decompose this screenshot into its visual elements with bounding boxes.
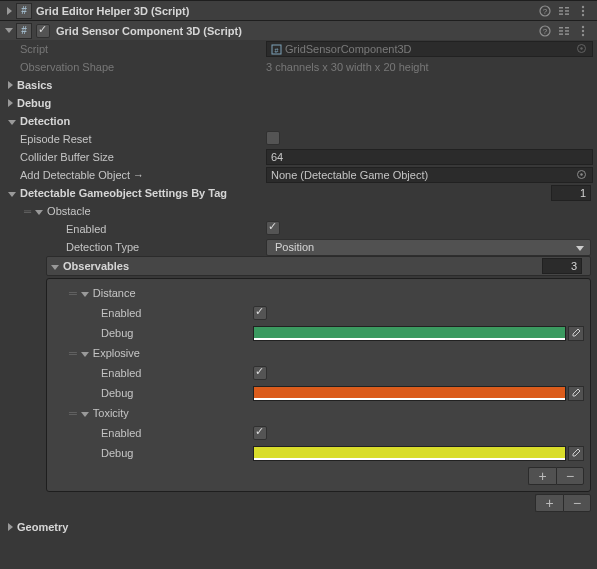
observables-count[interactable]: 3: [542, 258, 582, 274]
svg-point-25: [580, 47, 582, 49]
component-header-grid-sensor[interactable]: # Grid Sensor Component 3D (Script) ?: [0, 20, 597, 40]
distance-enabled-row: Enabled: [53, 303, 584, 323]
drag-handle-icon[interactable]: ═: [69, 287, 77, 299]
svg-rect-16: [565, 30, 569, 32]
svg-rect-5: [565, 10, 569, 12]
svg-rect-3: [565, 7, 569, 9]
basics-label: Basics: [17, 79, 52, 91]
add-detectable-field[interactable]: None (Detectable Game Object): [266, 167, 593, 183]
observables-foldout[interactable]: Observables 3: [46, 256, 591, 276]
toxicity-foldout[interactable]: ═ Toxicity: [53, 403, 584, 423]
explosive-color-field[interactable]: [253, 386, 566, 401]
svg-text:#: #: [275, 47, 279, 54]
foldout-arrow-icon[interactable]: [35, 205, 43, 217]
toxicity-enabled-label: Enabled: [101, 427, 253, 439]
foldout-arrow-icon[interactable]: [81, 347, 89, 359]
kebab-menu-icon[interactable]: [576, 4, 589, 17]
foldout-arrow-icon[interactable]: [51, 260, 59, 272]
collider-buffer-field[interactable]: 64: [266, 149, 593, 165]
svg-rect-18: [565, 33, 569, 35]
foldout-arrow-icon[interactable]: [81, 287, 89, 299]
observables-footer: + −: [53, 467, 584, 485]
detection-foldout[interactable]: Detection: [0, 112, 597, 130]
script-value: GridSensorComponent3D: [285, 43, 412, 55]
foldout-arrow-icon[interactable]: [81, 407, 89, 419]
explosive-enabled-checkbox[interactable]: [253, 366, 267, 380]
foldout-arrow-icon[interactable]: [4, 7, 14, 15]
svg-text:?: ?: [542, 7, 547, 16]
object-picker-icon[interactable]: [576, 169, 588, 181]
remove-detectable-button[interactable]: −: [563, 494, 591, 512]
component-title: Grid Sensor Component 3D (Script): [56, 25, 538, 37]
toxicity-color-field[interactable]: [253, 446, 566, 461]
svg-point-21: [581, 33, 583, 35]
distance-color-field[interactable]: [253, 326, 566, 341]
help-icon[interactable]: ?: [538, 4, 551, 17]
help-icon[interactable]: ?: [538, 24, 551, 37]
preset-icon[interactable]: [557, 4, 570, 17]
foldout-arrow-icon[interactable]: [8, 115, 16, 127]
explosive-enabled-label: Enabled: [101, 367, 253, 379]
eyedropper-icon[interactable]: [568, 386, 584, 401]
obstacle-enabled-checkbox[interactable]: [266, 221, 280, 235]
script-icon: #: [16, 3, 32, 19]
foldout-arrow-icon[interactable]: [8, 521, 13, 533]
preset-icon[interactable]: [557, 24, 570, 37]
collider-buffer-row: Collider Buffer Size 64: [0, 148, 597, 166]
foldout-arrow-icon[interactable]: [8, 187, 16, 199]
detectable-settings-count[interactable]: 1: [551, 185, 591, 201]
explosive-label: Explosive: [93, 347, 140, 359]
explosive-enabled-row: Enabled: [53, 363, 584, 383]
script-row: Script # GridSensorComponent3D: [0, 40, 597, 58]
episode-reset-label: Episode Reset: [20, 133, 266, 145]
toxicity-debug-label: Debug: [101, 447, 253, 459]
svg-text:?: ?: [542, 27, 547, 36]
svg-rect-2: [559, 7, 563, 9]
explosive-debug-label: Debug: [101, 387, 253, 399]
eyedropper-icon[interactable]: [568, 446, 584, 461]
geometry-foldout[interactable]: Geometry: [0, 518, 597, 536]
remove-observable-button[interactable]: −: [556, 467, 584, 485]
foldout-arrow-icon[interactable]: [8, 79, 13, 91]
foldout-arrow-icon[interactable]: [8, 97, 13, 109]
geometry-label: Geometry: [17, 521, 68, 533]
observables-label: Observables: [63, 260, 542, 272]
detectable-settings-foldout[interactable]: Detectable Gameobject Settings By Tag 1: [0, 184, 597, 202]
script-icon: #: [16, 23, 32, 39]
detection-label: Detection: [20, 115, 70, 127]
basics-foldout[interactable]: Basics: [0, 76, 597, 94]
explosive-foldout[interactable]: ═ Explosive: [53, 343, 584, 363]
debug-foldout[interactable]: Debug: [0, 94, 597, 112]
script-field: # GridSensorComponent3D: [266, 41, 593, 57]
distance-enabled-checkbox[interactable]: [253, 306, 267, 320]
obstacle-foldout[interactable]: ═ Obstacle: [0, 202, 597, 220]
component-enabled-checkbox[interactable]: [36, 24, 50, 38]
add-detectable-row: Add Detectable Object → None (Detectable…: [0, 166, 597, 184]
eyedropper-icon[interactable]: [568, 326, 584, 341]
obstacle-enabled-label: Enabled: [66, 223, 266, 235]
drag-handle-icon[interactable]: ═: [69, 347, 77, 359]
distance-label: Distance: [93, 287, 136, 299]
toxicity-enabled-checkbox[interactable]: [253, 426, 267, 440]
script-label: Script: [20, 43, 266, 55]
add-detectable-label: Add Detectable Object →: [20, 169, 266, 181]
kebab-menu-icon[interactable]: [576, 24, 589, 37]
distance-foldout[interactable]: ═ Distance: [53, 283, 584, 303]
svg-rect-6: [559, 13, 563, 15]
svg-rect-17: [559, 33, 563, 35]
drag-handle-icon[interactable]: ═: [24, 206, 31, 217]
add-observable-button[interactable]: +: [528, 467, 556, 485]
episode-reset-checkbox[interactable]: [266, 131, 280, 145]
observables-list: ═ Distance Enabled Debug ═ Explosive Ena…: [46, 278, 591, 492]
observation-shape-value: 3 channels x 30 width x 20 height: [266, 61, 593, 73]
foldout-arrow-icon[interactable]: [4, 28, 14, 33]
detection-type-label: Detection Type: [66, 241, 266, 253]
component-header-grid-editor-helper[interactable]: # Grid Editor Helper 3D (Script) ?: [0, 0, 597, 20]
obstacle-enabled-row: Enabled: [0, 220, 597, 238]
drag-handle-icon[interactable]: ═: [69, 407, 77, 419]
distance-enabled-label: Enabled: [101, 307, 253, 319]
add-detectable-button[interactable]: +: [535, 494, 563, 512]
detection-type-dropdown[interactable]: Position: [266, 239, 591, 256]
distance-debug-label: Debug: [101, 327, 253, 339]
detectable-footer: + −: [0, 494, 591, 512]
